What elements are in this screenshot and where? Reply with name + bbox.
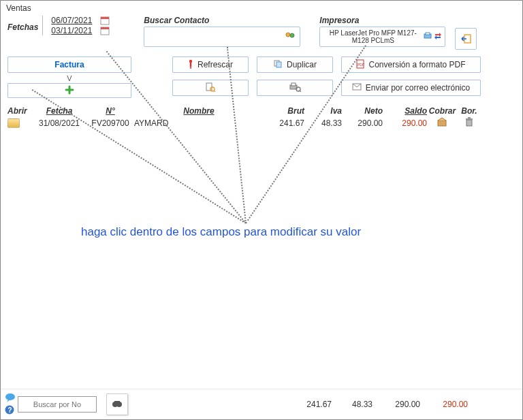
svg-rect-15 bbox=[276, 62, 281, 67]
v-label: V bbox=[67, 74, 72, 82]
hdr-abrir: Abrir bbox=[7, 106, 32, 116]
copy-icon bbox=[273, 59, 283, 71]
date-range: 06/07/2021 03/11/2021 bbox=[42, 16, 110, 35]
people-icon bbox=[285, 31, 296, 43]
pdf-button[interactable]: PDF Conversión a formato PDF bbox=[341, 56, 481, 73]
open-folder-icon[interactable] bbox=[7, 118, 32, 128]
hdr-neto: Neto bbox=[342, 106, 383, 116]
date-to-field[interactable]: 03/11/2021 bbox=[47, 26, 96, 35]
total-saldo: 290.00 bbox=[420, 400, 468, 409]
svg-line-20 bbox=[214, 91, 215, 92]
grid-header: Abrir Fetcha N° Nombre Brut Iva Neto Sal… bbox=[1, 102, 522, 117]
doc-search-icon bbox=[205, 82, 216, 94]
total-neto: 290.00 bbox=[373, 400, 420, 409]
hdr-cobrar: Cobrar bbox=[427, 106, 458, 116]
printer-search-icon bbox=[289, 82, 301, 94]
printer-label: Impresora bbox=[319, 16, 445, 25]
fetchas-label: Fetchas bbox=[7, 16, 38, 32]
contact-label: Buscar Contacto bbox=[144, 16, 300, 25]
cobrar-icon[interactable] bbox=[427, 117, 458, 129]
svg-rect-12 bbox=[190, 63, 191, 67]
svg-rect-5 bbox=[101, 27, 109, 29]
svg-text:?: ? bbox=[8, 406, 12, 414]
svg-rect-28 bbox=[466, 118, 473, 120]
printer-select[interactable]: HP LaserJet Pro MFP M127-M128 PCLmS bbox=[319, 27, 445, 47]
calendar-icon[interactable] bbox=[100, 16, 110, 25]
contact-input[interactable] bbox=[144, 27, 300, 47]
refresh-button[interactable]: Refrescar bbox=[172, 56, 249, 73]
hdr-saldo[interactable]: Saldo bbox=[383, 106, 427, 116]
hdr-brut: Brut bbox=[264, 106, 304, 116]
svg-rect-29 bbox=[468, 117, 471, 118]
svg-rect-26 bbox=[438, 120, 446, 126]
hdr-no[interactable]: N° bbox=[86, 106, 134, 116]
pdf-label: Conversión a formato PDF bbox=[368, 60, 465, 69]
status-bar: ? 241.67 48.33 290.00 290.00 bbox=[1, 389, 522, 419]
help-icon[interactable]: ? bbox=[5, 405, 14, 417]
cell-no[interactable]: FV209700 bbox=[86, 118, 134, 128]
add-button[interactable] bbox=[7, 83, 131, 98]
button-row-1: Factura V Refrescar Duplicar PDF Convers… bbox=[1, 54, 522, 98]
cell-neto: 290.00 bbox=[342, 118, 383, 128]
comment-icon[interactable] bbox=[5, 393, 16, 404]
calendar-icon[interactable] bbox=[100, 26, 110, 35]
svg-point-13 bbox=[190, 67, 191, 68]
total-brut: 241.67 bbox=[291, 400, 332, 409]
svg-point-7 bbox=[290, 33, 294, 37]
date-from-field[interactable]: 06/07/2021 bbox=[47, 16, 96, 25]
email-label: Enviar por correo electrónico bbox=[366, 83, 470, 93]
top-row: Fetchas 06/07/2021 03/11/2021 Buscar Con… bbox=[1, 14, 522, 54]
envelope-icon bbox=[352, 83, 362, 93]
plus-icon bbox=[65, 85, 74, 97]
cell-saldo: 290.00 bbox=[383, 118, 427, 128]
search-by-no-input[interactable] bbox=[18, 396, 97, 413]
duplicate-button[interactable]: Duplicar bbox=[257, 56, 333, 73]
svg-rect-9 bbox=[426, 33, 430, 35]
printer-section: Impresora HP LaserJet Pro MFP M127-M128 … bbox=[319, 16, 445, 47]
svg-rect-1 bbox=[101, 17, 109, 19]
factura-label: Factura bbox=[54, 60, 84, 69]
svg-line-24 bbox=[300, 91, 301, 92]
pdf-icon: PDF bbox=[356, 59, 364, 71]
cell-nombre[interactable]: AYMARD bbox=[134, 118, 264, 128]
total-iva: 48.33 bbox=[332, 400, 373, 409]
hdr-bor: Bor. bbox=[458, 106, 481, 116]
find-button[interactable] bbox=[106, 393, 128, 415]
svg-point-6 bbox=[286, 33, 290, 37]
printer-name: HP LaserJet Pro MFP M127-M128 PCLmS bbox=[323, 29, 423, 44]
doc-search-button[interactable] bbox=[172, 80, 249, 96]
printer-icon bbox=[423, 32, 432, 42]
svg-rect-22 bbox=[291, 83, 296, 86]
svg-text:PDF: PDF bbox=[358, 63, 364, 67]
email-button[interactable]: Enviar por correo electrónico bbox=[341, 80, 481, 96]
print-preview-button[interactable] bbox=[257, 80, 333, 96]
svg-point-30 bbox=[5, 393, 15, 400]
cell-brut: 241.67 bbox=[264, 118, 304, 128]
swap-icon[interactable] bbox=[434, 32, 442, 42]
svg-point-11 bbox=[189, 59, 192, 62]
exclaim-icon bbox=[188, 59, 193, 71]
window-title: Ventas bbox=[1, 1, 522, 14]
duplicate-label: Duplicar bbox=[287, 60, 317, 69]
svg-rect-35 bbox=[114, 401, 120, 403]
ventas-window: Ventas Fetchas 06/07/2021 03/11/2021 Bus… bbox=[0, 0, 523, 420]
delete-icon[interactable] bbox=[458, 117, 481, 129]
annotation-text: haga clic dentro de los campos para modi… bbox=[81, 225, 361, 239]
back-button[interactable] bbox=[455, 28, 477, 50]
svg-rect-27 bbox=[466, 120, 472, 126]
svg-rect-18 bbox=[206, 83, 212, 91]
contact-section: Buscar Contacto bbox=[144, 16, 300, 47]
